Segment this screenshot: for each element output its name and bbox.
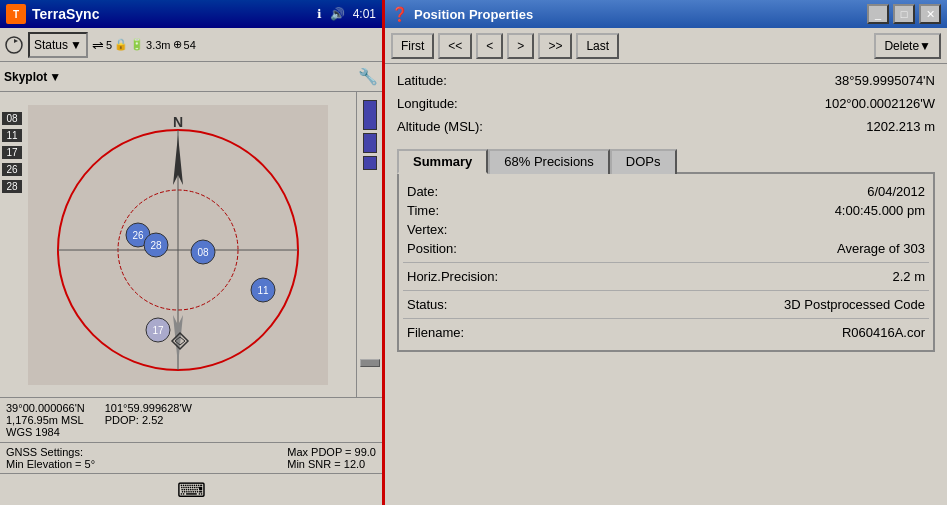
arrows-icon: ⇌ [92, 37, 104, 53]
svg-text:08: 08 [197, 247, 209, 258]
status-label: Status [34, 38, 68, 52]
lat-line2: 1,176.95m MSL [6, 414, 85, 426]
skyplot-dropdown-arrow[interactable]: ▼ [49, 70, 61, 84]
sat-26-label: 26 [2, 163, 22, 176]
longitude-row: Longitude: 102°00.0002126'W [397, 95, 935, 112]
sat-11-label: 11 [2, 129, 22, 142]
close-button[interactable]: ✕ [919, 4, 941, 24]
position-label: Position: [407, 241, 457, 256]
gnss-settings: GNSS Settings: Min Elevation = 5° Max PD… [0, 442, 382, 473]
last-button[interactable]: Last [576, 33, 619, 59]
terrasync-toolbar: Status ▼ ⇌ 5 🔒 🔋 3.3m ⊕ 54 [0, 28, 382, 62]
delete-button[interactable]: Delete ▼ [874, 33, 941, 59]
tab-precisions-label: 68% Precisions [504, 154, 594, 169]
tab-content-summary: Date: 6/04/2012 Time: 4:00:45.000 pm Ver… [397, 174, 935, 352]
signal-bar-3 [363, 156, 377, 170]
gnss-right: Max PDOP = 99.0 Min SNR = 12.0 [287, 446, 376, 470]
longitude-label: Longitude: [397, 96, 458, 111]
svg-text:26: 26 [132, 230, 144, 241]
tab-bar: Summary 68% Precisions DOPs [397, 147, 935, 174]
terrasync-logo: T [6, 4, 26, 24]
pdop: PDOP: 2.52 [105, 414, 192, 426]
svg-text:28: 28 [150, 240, 162, 251]
lat-line3: WGS 1984 [6, 426, 85, 438]
terrasync-title: TerraSync [32, 6, 311, 22]
sat-28-label: 28 [2, 180, 22, 193]
skyplot-text: Skyplot [4, 70, 47, 84]
horiz-label: Horiz.Precision: [407, 269, 498, 284]
satellite-count: 5 [106, 39, 112, 51]
sat-08-label: 08 [2, 112, 22, 125]
keyboard-icon[interactable]: ⌨ [177, 478, 206, 502]
gnss-label: GNSS Settings: [6, 446, 95, 458]
date-value: 6/04/2012 [867, 184, 925, 199]
tab-dops-label: DOPs [626, 154, 661, 169]
question-icon: ❓ [391, 6, 408, 22]
tab-precisions[interactable]: 68% Precisions [488, 149, 610, 174]
tab-summary[interactable]: Summary [397, 149, 488, 174]
horiz-value: 2.2 m [892, 269, 925, 284]
max-pdop: Max PDOP = 99.0 [287, 446, 376, 458]
min-elevation: Min Elevation = 5° [6, 458, 95, 470]
signal-strength-bar [356, 92, 382, 397]
signal-bar-2 [363, 133, 377, 153]
sat-17-label: 17 [2, 146, 22, 159]
slider-handle[interactable] [360, 359, 380, 367]
volume-icon: 🔊 [330, 7, 345, 21]
status-dropdown[interactable]: Status ▼ [28, 32, 88, 58]
signal-bar-1 [363, 100, 377, 130]
position-left: 39°00.000066'N 1,176.95m MSL WGS 1984 [6, 402, 85, 438]
maximize-button[interactable]: □ [893, 4, 915, 24]
compass-area: 08 11 17 26 28 N [0, 92, 382, 397]
info-icon: ℹ [317, 7, 322, 21]
latitude-value: 38°59.9995074'N [835, 73, 935, 88]
battery-icon: 🔋 [130, 38, 144, 51]
nav-toolbar: First << < > >> Last Delete ▼ [385, 28, 947, 64]
wrench-icon[interactable]: 🔧 [358, 67, 378, 86]
altitude-row: Altitude (MSL): 1202.213 m [397, 118, 935, 135]
clock: 4:01 [353, 7, 376, 21]
keyboard-bar: ⌨ [0, 473, 382, 505]
separator-2 [403, 290, 929, 291]
altitude-label: Altitude (MSL): [397, 119, 483, 134]
svg-text:11: 11 [257, 285, 269, 296]
next-next-button[interactable]: >> [538, 33, 572, 59]
time-value: 4:00:45.000 pm [835, 203, 925, 218]
min-snr: Min SNR = 12.0 [287, 458, 376, 470]
date-label: Date: [407, 184, 438, 199]
altitude-value: 1202.213 m [866, 119, 935, 134]
lock-icon: 🔒 [114, 38, 128, 51]
toolbar-extras: ⇌ 5 🔒 🔋 3.3m ⊕ 54 [92, 37, 196, 53]
dropdown-arrow: ▼ [70, 38, 82, 52]
horiz-row: Horiz.Precision: 2.2 m [403, 267, 929, 286]
latitude-label: Latitude: [397, 73, 447, 88]
separator-1 [403, 262, 929, 263]
status-value: 3D Postprocessed Code [784, 297, 925, 312]
prev-button[interactable]: < [476, 33, 503, 59]
position-value: Average of 303 [837, 241, 925, 256]
first-button[interactable]: First [391, 33, 434, 59]
refresh-icon [4, 35, 24, 55]
vertex-label: Vertex: [407, 222, 447, 237]
gnss-left: GNSS Settings: Min Elevation = 5° [6, 446, 95, 470]
longitude-value: 102°00.0002126'W [825, 96, 935, 111]
time-row: Time: 4:00:45.000 pm [403, 201, 929, 220]
latitude-row: Latitude: 38°59.9995074'N [397, 72, 935, 89]
lat-line1: 39°00.000066'N [6, 402, 85, 414]
prev-prev-button[interactable]: << [438, 33, 472, 59]
tabs-container: Summary 68% Precisions DOPs Date: 6/04/2… [397, 147, 935, 352]
tab-dops[interactable]: DOPs [610, 149, 677, 174]
position-panel: ❓ Position Properties _ □ ✕ First << < >… [385, 0, 947, 505]
skyplot-label: Skyplot ▼ [4, 70, 61, 84]
delete-dropdown-arrow: ▼ [919, 39, 931, 53]
tab-summary-label: Summary [413, 154, 472, 169]
separator-3 [403, 318, 929, 319]
filename-value: R060416A.cor [842, 325, 925, 340]
next-button[interactable]: > [507, 33, 534, 59]
status-label: Status: [407, 297, 447, 312]
position-title: Position Properties [414, 7, 861, 22]
filename-row: Filename: R060416A.cor [403, 323, 929, 342]
delete-label: Delete [884, 39, 919, 53]
skyplot-bar: Skyplot ▼ 🔧 [0, 62, 382, 92]
minimize-button[interactable]: _ [867, 4, 889, 24]
